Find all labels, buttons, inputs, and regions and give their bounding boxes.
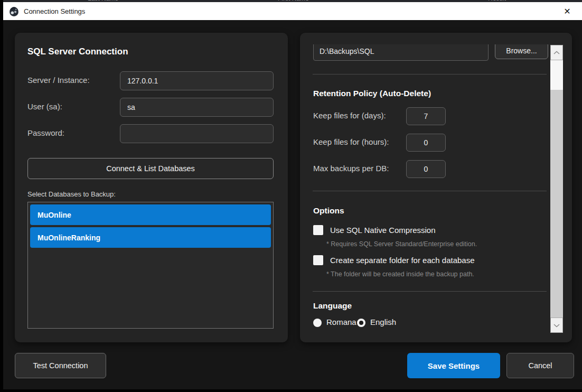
- scrollbar-up-icon[interactable]: [550, 45, 563, 60]
- browse-button[interactable]: Browse...: [495, 44, 548, 59]
- password-label: Password:: [27, 128, 64, 137]
- user-input[interactable]: [120, 98, 274, 117]
- scrollbar-down-icon[interactable]: [550, 318, 563, 333]
- separator: [313, 291, 547, 292]
- separate-folder-checkbox[interactable]: [313, 255, 323, 265]
- compression-checkbox[interactable]: [313, 225, 323, 235]
- password-input[interactable]: [120, 124, 274, 143]
- max-backups-label: Max backups per DB:: [313, 164, 389, 173]
- cancel-button[interactable]: Cancel: [506, 353, 574, 378]
- separate-folder-checkbox-label[interactable]: Create separate folder for each database: [330, 256, 475, 265]
- backup-settings-panel: Browse... Retention Policy (Auto-Delete)…: [300, 33, 572, 342]
- server-instance-input[interactable]: [120, 71, 274, 90]
- close-icon[interactable]: ✕: [558, 2, 577, 20]
- separator: [313, 191, 547, 191]
- database-listbox[interactable]: MuOnline MuOnlineRanking: [27, 202, 274, 329]
- keep-hours-label: Keep files for (hours):: [313, 137, 389, 146]
- app-icon: [8, 6, 20, 17]
- separator: [313, 74, 547, 74]
- database-list-item-selected[interactable]: MuOnlineRanking: [30, 227, 271, 248]
- compression-note: * Requires SQL Server Standard/Enterpris…: [326, 240, 477, 248]
- max-backups-input[interactable]: [406, 160, 446, 178]
- server-instance-label: Server / Instance:: [27, 76, 90, 85]
- separate-folder-note: * The folder will be created inside the …: [326, 270, 474, 278]
- scrollbar-thumb[interactable]: [550, 90, 563, 318]
- dialog-body: SQL Server Connection Server / Instance:…: [3, 20, 582, 389]
- settings-scroll-viewport: Browse... Retention Policy (Auto-Delete)…: [300, 44, 550, 332]
- user-label: User (sa):: [27, 102, 62, 111]
- save-settings-button[interactable]: Save Settings: [407, 353, 500, 378]
- scrollbar-track[interactable]: [550, 60, 563, 90]
- scrollbar[interactable]: [550, 45, 563, 333]
- language-radio-english-label[interactable]: English: [370, 318, 396, 326]
- options-heading: Options: [313, 206, 344, 216]
- panel-heading: SQL Server Connection: [27, 46, 128, 57]
- language-radio-romana-label[interactable]: Romana: [326, 318, 356, 326]
- database-list-item-selected[interactable]: MuOnline: [30, 204, 271, 225]
- keep-days-input[interactable]: [406, 107, 446, 125]
- connect-list-databases-button[interactable]: Connect & List Databases: [27, 158, 274, 179]
- backup-path-input[interactable]: [313, 44, 489, 61]
- language-radio-romana[interactable]: [313, 319, 322, 327]
- sql-connection-panel: SQL Server Connection Server / Instance:…: [15, 33, 288, 342]
- keep-hours-input[interactable]: [406, 134, 446, 152]
- language-heading: Language: [313, 301, 352, 311]
- test-connection-button[interactable]: Test Connection: [15, 353, 106, 378]
- database-list-label: Select Databases to Backup:: [27, 190, 116, 198]
- compression-checkbox-label[interactable]: Use SQL Native Compression: [330, 226, 436, 235]
- language-radio-english-selected[interactable]: [357, 319, 365, 327]
- titlebar: Connection Settings ✕: [3, 2, 582, 20]
- retention-heading: Retention Policy (Auto-Delete): [313, 89, 431, 98]
- window-title: Connection Settings: [24, 7, 85, 15]
- keep-days-label: Keep files for (days):: [313, 111, 386, 120]
